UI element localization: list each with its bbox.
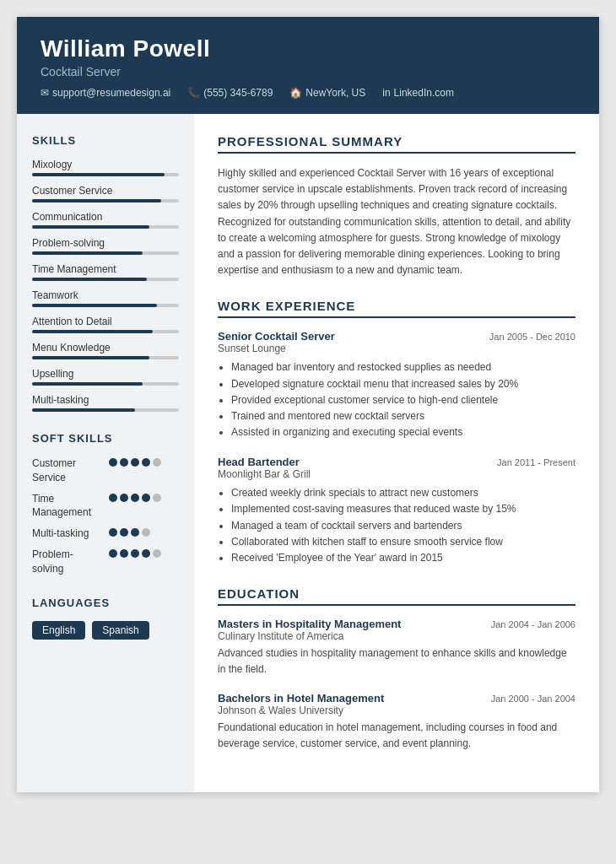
skill-bar-bg: [32, 408, 179, 412]
job-bullet: Developed signature cocktail menu that i…: [231, 376, 575, 392]
job-company: Sunset Lounge: [218, 343, 575, 354]
dot: [109, 549, 117, 558]
job-date: Jan 2005 - Dec 2010: [489, 332, 575, 342]
skill-name: Communication: [32, 211, 179, 223]
skill-bar-bg: [32, 330, 179, 333]
email-icon: ✉: [41, 87, 49, 99]
skill-item: Menu Knowledge: [32, 342, 179, 359]
skill-bar-fill: [32, 408, 135, 412]
skill-name: Time Management: [32, 263, 179, 275]
soft-skill-item: Customer Service: [32, 456, 179, 485]
job-bullet: Implemented cost-saving measures that re…: [231, 501, 575, 517]
dot: [153, 494, 161, 502]
job-date: Jan 2011 - Present: [497, 457, 575, 467]
summary-section-title: PROFESSIONAL SUMMARY: [218, 134, 575, 154]
dot: [131, 528, 139, 537]
skill-name: Attention to Detail: [32, 316, 179, 327]
soft-skill-item: Time Management: [32, 492, 179, 521]
soft-skill-name: Multi-tasking: [32, 526, 104, 541]
job-title: Senior Cocktail Server: [218, 330, 335, 343]
job-bullet: Managed bar inventory and restocked supp…: [231, 359, 575, 375]
soft-skill-name: Customer Service: [32, 456, 104, 485]
dot: [131, 458, 139, 467]
skill-name: Multi-tasking: [32, 394, 179, 406]
location-icon: 🏠: [289, 87, 302, 99]
skill-name: Menu Knowledge: [32, 342, 179, 354]
candidate-title: Cocktail Server: [41, 65, 575, 78]
edu-date: Jan 2004 - Jan 2006: [491, 619, 575, 629]
dot: [120, 528, 128, 537]
soft-skill-name: Problem-solving: [32, 548, 104, 576]
skill-item: Mixology: [32, 159, 179, 176]
skill-bar-fill: [32, 199, 161, 202]
skill-bar-fill: [32, 251, 143, 255]
edu-school: Culinary Institute of America: [218, 630, 575, 642]
skill-bar-fill: [32, 382, 143, 386]
candidate-name: William Powell: [41, 35, 575, 62]
job-item: Senior Cocktail Server Jan 2005 - Dec 20…: [218, 330, 575, 440]
skill-bar-fill: [32, 278, 147, 281]
phone-contact: 📞 (555) 345-6789: [187, 87, 273, 99]
dot: [142, 494, 150, 502]
skill-name: Teamwork: [32, 289, 179, 301]
languages-list: EnglishSpanish: [32, 621, 179, 640]
email-contact: ✉ support@resumedesign.ai: [41, 87, 170, 99]
dot: [120, 549, 128, 558]
skill-name: Problem-solving: [32, 237, 179, 249]
dot: [153, 549, 161, 558]
skill-bar-fill: [32, 304, 157, 307]
resume-container: William Powell Cocktail Server ✉ support…: [17, 17, 599, 792]
work-section: WORK EXPERIENCE Senior Cocktail Server J…: [218, 299, 575, 566]
summary-text: Highly skilled and experienced Cocktail …: [218, 165, 575, 278]
skill-bar-bg: [32, 356, 179, 359]
job-header: Head Bartender Jan 2011 - Present: [218, 456, 575, 468]
dot: [120, 458, 128, 467]
skill-name: Customer Service: [32, 185, 179, 197]
education-section-title: EDUCATION: [218, 586, 575, 606]
job-header: Senior Cocktail Server Jan 2005 - Dec 20…: [218, 330, 575, 343]
soft-skills-title: SOFT SKILLS: [32, 432, 179, 445]
linkedin-icon: in: [382, 87, 390, 99]
education-section: EDUCATION Masters in Hospitality Managem…: [218, 586, 575, 752]
edu-desc: Foundational education in hotel manageme…: [218, 720, 575, 752]
education-item: Bachelors in Hotel Management Jan 2000 -…: [218, 692, 575, 752]
language-tag: Spanish: [92, 621, 149, 640]
dot: [109, 494, 117, 502]
edu-date: Jan 2000 - Jan 2004: [491, 694, 575, 704]
skill-item: Multi-tasking: [32, 394, 179, 412]
job-bullet: Collaborated with kitchen staff to ensur…: [231, 534, 575, 550]
skill-bar-bg: [32, 225, 179, 229]
job-title: Head Bartender: [218, 456, 300, 468]
languages-title: LANGUAGES: [32, 597, 179, 609]
skill-bar-fill: [32, 330, 153, 333]
soft-skill-name: Time Management: [32, 492, 104, 521]
job-bullet: Trained and mentored new cocktail server…: [231, 408, 575, 424]
skill-bar-bg: [32, 199, 179, 202]
skill-bar-bg: [32, 173, 179, 176]
job-item: Head Bartender Jan 2011 - Present Moonli…: [218, 456, 575, 566]
education-item: Masters in Hospitality Management Jan 20…: [218, 618, 575, 678]
languages-section: LANGUAGES EnglishSpanish: [32, 597, 179, 640]
skill-item: Communication: [32, 211, 179, 229]
edu-header: Masters in Hospitality Management Jan 20…: [218, 618, 575, 630]
skill-item: Upselling: [32, 368, 179, 386]
skills-list: Mixology Customer Service Communication …: [32, 159, 179, 412]
dots-container: [109, 548, 161, 558]
skill-bar-fill: [32, 225, 149, 229]
skill-bar-bg: [32, 382, 179, 386]
job-bullet: Received 'Employee of the Year' award in…: [231, 550, 575, 566]
skill-name: Mixology: [32, 159, 179, 170]
dot: [120, 494, 128, 502]
contact-info: ✉ support@resumedesign.ai 📞 (555) 345-67…: [41, 87, 575, 99]
skill-item: Problem-solving: [32, 237, 179, 255]
edu-degree: Bachelors in Hotel Management: [218, 692, 384, 705]
dot: [109, 528, 117, 537]
soft-skills-list: Customer Service Time Management Multi-t…: [32, 456, 179, 576]
job-bullet: Created weekly drink specials to attract…: [231, 485, 575, 501]
dot: [142, 549, 150, 558]
dot: [109, 458, 117, 467]
dot: [142, 528, 150, 537]
job-bullet: Managed a team of cocktail servers and b…: [231, 518, 575, 534]
job-company: Moonlight Bar & Grill: [218, 468, 575, 480]
dot: [153, 458, 161, 467]
